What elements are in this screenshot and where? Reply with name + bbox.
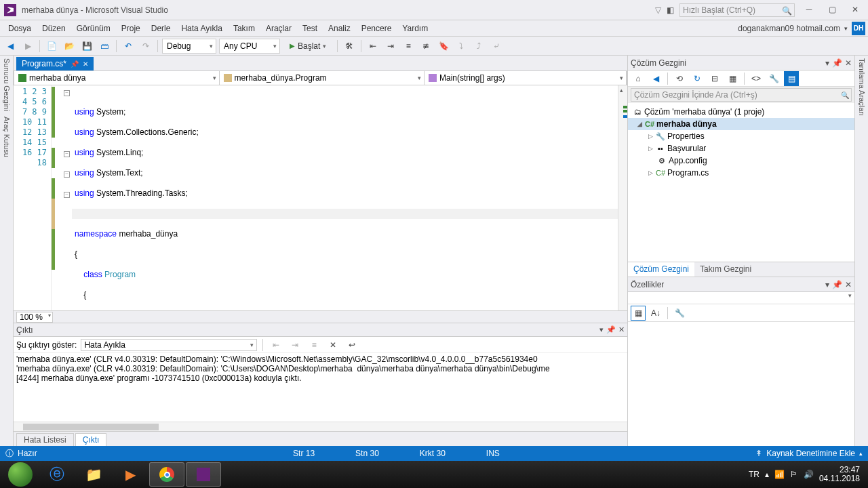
- tab-error-list[interactable]: Hata Listesi: [16, 433, 74, 446]
- save-button[interactable]: 💾: [79, 39, 94, 54]
- output-tb-2[interactable]: ⇥: [288, 338, 302, 352]
- filter-icon[interactable]: ▽: [655, 5, 661, 15]
- output-hscroll[interactable]: [14, 422, 627, 431]
- menu-tools[interactable]: Araçlar: [260, 20, 297, 36]
- user-area[interactable]: doganakman09 hotmail.com ▾ DH: [738, 20, 865, 36]
- nav-forward-button[interactable]: ▶: [20, 39, 35, 54]
- quick-launch-input[interactable]: Hızlı Başlat (Ctrl+Q) 🔍: [679, 3, 795, 17]
- tb-indent-1[interactable]: ⇤: [366, 39, 380, 54]
- menu-file[interactable]: Dosya: [3, 20, 37, 36]
- tab-solution-explorer[interactable]: Çözüm Gezgini: [628, 262, 694, 277]
- nav-type-combo[interactable]: merhaba_dünya.Program: [220, 71, 425, 85]
- tree-solution-node[interactable]: 🗂 Çözüm 'merhaba dünya' (1 proje): [628, 106, 854, 118]
- zoom-combo[interactable]: 100 %: [16, 312, 53, 323]
- properties-grid[interactable]: [628, 322, 854, 446]
- tray-clock[interactable]: 23:47 04.11.2018: [819, 466, 860, 483]
- menu-help[interactable]: Yardım: [397, 20, 433, 36]
- tb-uncomment[interactable]: ≢: [418, 39, 433, 54]
- panel-pin-icon[interactable]: 📌: [606, 325, 616, 334]
- tb-misc-1[interactable]: 🛠: [342, 39, 357, 54]
- config-combo[interactable]: Debug: [162, 39, 216, 54]
- menu-test[interactable]: Test: [297, 20, 323, 36]
- expand-toggle-icon[interactable]: ▷: [648, 145, 655, 152]
- menu-debug[interactable]: Hata Ayıkla: [176, 20, 227, 36]
- se-sync-button[interactable]: ⟲: [672, 71, 687, 86]
- toolbox-tab[interactable]: Araç Kutusu: [3, 117, 11, 157]
- props-dropdown-icon[interactable]: ▾: [825, 280, 829, 289]
- tb-step-1[interactable]: ⤵: [454, 39, 469, 54]
- redo-button[interactable]: ↷: [138, 39, 153, 54]
- tb-step-2[interactable]: ⤴: [471, 39, 486, 54]
- open-file-button[interactable]: 📂: [62, 39, 77, 54]
- output-source-combo[interactable]: Hata Ayıkla: [81, 339, 257, 351]
- tb-indent-2[interactable]: ⇥: [383, 39, 398, 54]
- solution-tree[interactable]: 🗂 Çözüm 'merhaba dünya' (1 proje) ◢ C# m…: [628, 103, 854, 262]
- se-pin-icon[interactable]: 📌: [832, 58, 842, 68]
- expand-toggle-icon[interactable]: ▷: [648, 133, 655, 140]
- maximize-button[interactable]: ▢: [823, 3, 841, 17]
- panel-dropdown-icon[interactable]: ▾: [599, 325, 604, 334]
- output-clear-button[interactable]: ✕: [326, 338, 340, 352]
- start-debug-button[interactable]: ▶ Başlat ▾: [283, 39, 333, 54]
- undo-button[interactable]: ↶: [121, 39, 136, 54]
- taskbar-chrome[interactable]: [149, 462, 184, 487]
- output-tb-3[interactable]: ≡: [307, 338, 321, 352]
- menu-project[interactable]: Proje: [116, 20, 146, 36]
- tray-sound-icon[interactable]: 🔊: [804, 470, 814, 479]
- output-tb-1[interactable]: ⇤: [269, 338, 283, 352]
- fold-toggle[interactable]: −: [64, 171, 70, 178]
- fold-toggle[interactable]: −: [64, 90, 70, 96]
- expand-toggle-icon[interactable]: ▷: [648, 169, 655, 176]
- menu-team[interactable]: Takım: [228, 20, 260, 36]
- platform-combo[interactable]: Any CPU: [219, 39, 280, 54]
- panel-close-icon[interactable]: ✕: [618, 325, 625, 334]
- menu-build[interactable]: Derle: [146, 20, 176, 36]
- nav-back-button[interactable]: ◀: [3, 39, 18, 54]
- solution-explorer-search[interactable]: Çözüm Gezgini İçinde Ara (Ctrl+ş): [631, 88, 852, 102]
- output-wrap-button[interactable]: ↩: [344, 338, 359, 352]
- tb-bookmark[interactable]: 🔖: [436, 39, 451, 54]
- tree-project-node[interactable]: ◢ C# merhaba dünya: [628, 118, 854, 130]
- tree-properties-node[interactable]: ▷ 🔧 Properties: [628, 130, 854, 142]
- taskbar-ie[interactable]: ⓔ: [39, 462, 75, 487]
- tray-network-icon[interactable]: 📶: [774, 470, 785, 479]
- diagnostic-tools-tab[interactable]: Tanılama Araçları: [858, 58, 866, 116]
- taskbar-explorer[interactable]: 📁: [76, 462, 111, 487]
- outline-column[interactable]: − − − −: [62, 85, 72, 310]
- se-collapse-button[interactable]: ⊟: [707, 71, 722, 86]
- tab-output[interactable]: Çıktı: [75, 433, 107, 446]
- tree-appconfig-node[interactable]: ⚙ App.config: [628, 155, 854, 167]
- props-pages-button[interactable]: 🔧: [672, 306, 687, 321]
- se-close-icon[interactable]: ✕: [845, 58, 852, 68]
- document-tab-program[interactable]: Program.cs* 📌 ✕: [16, 57, 94, 70]
- props-categorized-button[interactable]: ▦: [631, 306, 646, 321]
- tb-comment[interactable]: ≡: [401, 39, 416, 54]
- nav-member-combo[interactable]: Main(string[] args): [425, 71, 627, 85]
- fold-toggle[interactable]: −: [64, 151, 70, 157]
- code-surface[interactable]: using System; using System.Collections.G…: [72, 85, 618, 310]
- se-dropdown-icon[interactable]: ▾: [825, 58, 829, 68]
- se-preview-button[interactable]: ▤: [784, 71, 799, 86]
- se-home-button[interactable]: ⌂: [631, 71, 646, 86]
- taskbar-media[interactable]: ▶: [113, 462, 148, 487]
- start-button[interactable]: [3, 462, 38, 487]
- tray-flag-icon[interactable]: 🏳: [790, 470, 798, 479]
- se-code-button[interactable]: <>: [749, 71, 764, 86]
- se-properties-button[interactable]: 🔧: [766, 71, 781, 86]
- code-editor[interactable]: 1 2 3 4 5 6 7 8 9 10 11 12 13 14 15 16 1…: [14, 85, 627, 310]
- server-explorer-tab[interactable]: Sunucu Gezgini: [3, 58, 11, 111]
- expand-toggle-icon[interactable]: ◢: [637, 121, 644, 127]
- tb-step-3[interactable]: ⤶: [489, 39, 504, 54]
- tray-lang[interactable]: TR: [749, 470, 760, 479]
- pin-icon[interactable]: 📌: [71, 60, 79, 68]
- menu-window[interactable]: Pencere: [356, 20, 397, 36]
- tray-up-icon[interactable]: ▴: [765, 470, 769, 479]
- menu-view[interactable]: Görünüm: [71, 20, 116, 36]
- close-tab-icon[interactable]: ✕: [83, 60, 88, 68]
- minimize-button[interactable]: ─: [800, 3, 818, 17]
- close-button[interactable]: ✕: [846, 3, 864, 17]
- props-close-icon[interactable]: ✕: [845, 280, 852, 289]
- menu-analyze[interactable]: Analiz: [323, 20, 356, 36]
- props-alpha-button[interactable]: A↓: [648, 306, 663, 321]
- system-tray[interactable]: TR ▴ 📶 🏳 🔊 23:47 04.11.2018: [749, 466, 865, 483]
